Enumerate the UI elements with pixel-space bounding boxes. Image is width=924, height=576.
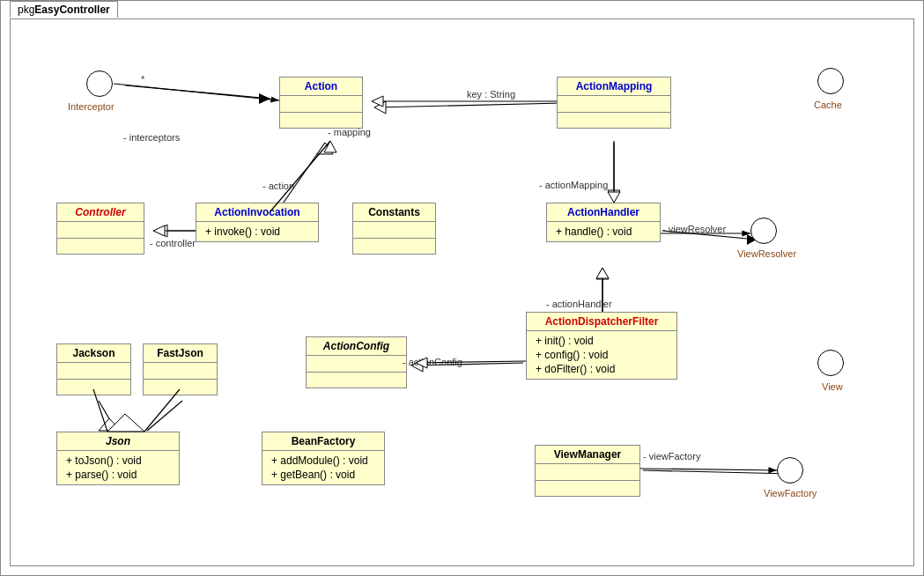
adf-method3: + doFilter() : void [532, 362, 671, 376]
actioninvocation-class: ActionInvocation + invoke() : void [196, 203, 319, 242]
controller-section [57, 238, 144, 254]
cache-label: Cache [814, 100, 842, 110]
svg-line-30 [270, 141, 330, 211]
actionhandler-header: ActionHandler [547, 203, 660, 222]
actionconfig-class: ActionConfig [306, 336, 407, 388]
beanfactory-method1: + addModule() : void [268, 454, 379, 468]
json-class: Json + toJson() : void + parse() : void [56, 432, 180, 485]
actionmapping-section [558, 112, 670, 128]
viewfactory-label: - viewFactory [643, 451, 700, 462]
fastjson-header: FastJson [144, 344, 217, 363]
svg-marker-33 [153, 225, 165, 236]
pkg-name: EasyController [34, 4, 109, 16]
view-label: View [822, 381, 843, 392]
actionmapping-body [558, 96, 670, 112]
svg-marker-3 [374, 101, 386, 114]
viewmanager-body [536, 464, 639, 480]
actionmapping-header: ActionMapping [558, 78, 670, 96]
actioninvocation-header: ActionInvocation [196, 203, 318, 222]
svg-line-0 [125, 85, 270, 99]
keystring-label: key : String [467, 89, 515, 100]
viewresolver-lollipop [750, 218, 777, 244]
svg-marker-29 [608, 192, 620, 203]
svg-marker-31 [324, 141, 336, 152]
json-method2: + parse() : void [63, 468, 174, 482]
svg-marker-1 [259, 93, 270, 104]
actionconfig-section [307, 372, 406, 388]
controller-class: Controller [56, 203, 144, 255]
asterisk-label: * [141, 74, 144, 85]
json-header: Json [57, 432, 179, 451]
svg-marker-27 [372, 96, 383, 107]
svg-marker-7 [317, 143, 333, 154]
controller-label: - controller [150, 238, 196, 248]
adf-method1: + init() : void [532, 334, 671, 348]
adf-method2: + config() : void [532, 348, 671, 362]
viewresolver-label: - viewResolver [662, 224, 726, 234]
svg-line-19 [643, 470, 792, 474]
svg-line-42 [640, 469, 777, 470]
beanfactory-header: BeanFactory [262, 432, 384, 451]
viewfactory-label: ViewFactory [764, 488, 817, 498]
action-section [280, 112, 362, 128]
actioninvocation-body: + invoke() : void [196, 222, 318, 241]
actionhandler-label: - actionHandler [546, 299, 612, 309]
constants-body [353, 222, 435, 238]
svg-marker-13 [596, 268, 609, 279]
viewmanager-class: ViewManager [535, 445, 640, 497]
viewfactory-lollipop [777, 457, 803, 484]
actionhandler-method: + handle() : void [552, 225, 654, 239]
svg-marker-9 [156, 225, 167, 237]
json-body: + toJson() : void + parse() : void [57, 451, 179, 484]
pkg-keyword: pkg [18, 4, 34, 16]
svg-line-17 [147, 401, 182, 431]
beanfactory-method2: + getBean() : void [268, 468, 379, 482]
actiondispatcherfilter-header: ActionDispatcherFilter [527, 313, 676, 331]
controller-body [57, 222, 144, 238]
interceptor-lollipop [86, 70, 113, 97]
cache-lollipop [817, 68, 844, 94]
viewresolver-label: ViewResolver [737, 248, 796, 259]
interceptor-label: Interceptor [68, 101, 115, 112]
constants-header: Constants [353, 203, 435, 222]
action-header: Action [280, 78, 362, 96]
interceptors-label: - interceptors [123, 132, 180, 143]
beanfactory-body: + addModule() : void + getBean() : void [262, 451, 384, 484]
action-label: - action [262, 181, 294, 191]
jackson-body [57, 363, 130, 379]
constants-class: Constants [352, 203, 436, 255]
mapping-label: - mapping [328, 127, 371, 137]
svg-line-2 [374, 103, 563, 107]
action-body [280, 96, 362, 112]
actionconfig-header: ActionConfig [307, 337, 406, 356]
json-method1: + toJson() : void [63, 454, 174, 468]
svg-marker-36 [596, 268, 609, 278]
svg-line-6 [279, 143, 325, 209]
svg-marker-5 [608, 190, 620, 202]
actioninvocation-method: + invoke() : void [202, 225, 313, 239]
actionmapping-class: ActionMapping [557, 77, 671, 129]
diagram-border: Interceptor Cache ViewResolver View View… [10, 18, 914, 566]
actionhandler-class: ActionHandler + handle() : void [546, 203, 661, 242]
view-lollipop [817, 350, 844, 376]
svg-line-39 [93, 389, 107, 432]
beanfactory-class: BeanFactory + addModule() : void + getBe… [262, 432, 385, 485]
jackson-section [57, 379, 130, 395]
svg-line-16 [99, 401, 116, 431]
constants-section [353, 238, 435, 254]
actionhandler-body: + handle() : void [547, 222, 660, 241]
svg-marker-41 [107, 414, 144, 432]
fastjson-section [144, 379, 217, 395]
actionmapping-label: - actionMapping [539, 180, 608, 190]
fastjson-class: FastJson [143, 343, 218, 395]
viewmanager-header: ViewManager [536, 446, 639, 464]
pkg-tab: pkgEasyController [10, 1, 118, 18]
diagram-container: pkgEasyController [0, 0, 924, 576]
jackson-class: Jackson [56, 343, 131, 395]
svg-line-25 [114, 84, 279, 100]
actiondispatcherfilter-class: ActionDispatcherFilter + init() : void +… [526, 312, 677, 380]
controller-header: Controller [57, 203, 144, 222]
svg-line-40 [144, 389, 180, 432]
jackson-header: Jackson [57, 344, 130, 363]
actionconfig-body [307, 356, 406, 372]
